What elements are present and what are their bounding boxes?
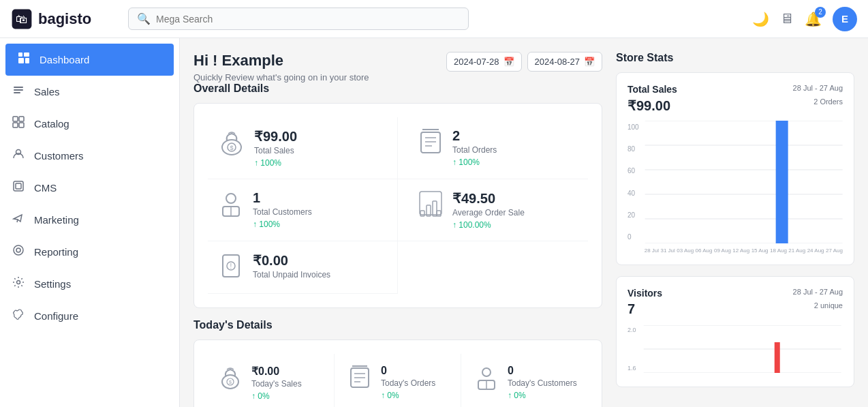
- x-label-2: 03 Aug: [677, 247, 694, 254]
- today-sales-value: ₹0.00: [251, 365, 302, 378]
- y-label-60: 60: [627, 167, 639, 175]
- today-sales-label: Today's Sales: [251, 379, 302, 389]
- x-label-8: 21 Aug: [788, 247, 805, 254]
- stat-unpaid-info: ₹0.00 Total Unpaid Invoices: [253, 252, 330, 280]
- sidebar-item-settings[interactable]: Settings: [0, 268, 179, 300]
- sidebar-item-configure[interactable]: Configure: [0, 300, 179, 332]
- svg-text:$: $: [230, 145, 233, 151]
- moon-icon[interactable]: 🌙: [752, 11, 769, 27]
- svg-rect-12: [19, 123, 24, 127]
- x-label-9: 24 Aug: [807, 247, 824, 254]
- date-filters: 2024-07-28 📅 2024-08-27 📅: [446, 52, 602, 72]
- today-customers-label: Today's Customers: [508, 378, 577, 388]
- y-label-20: 20: [627, 211, 639, 219]
- stat-total-sales-info: ₹99.00 Total Sales ↑ 100%: [254, 128, 297, 168]
- date-from-input[interactable]: 2024-07-28 📅: [446, 52, 522, 72]
- overall-details-card: $ ₹99.00 Total Sales ↑ 100% 2: [193, 103, 602, 308]
- svg-rect-3: [24, 52, 29, 57]
- svg-rect-15: [16, 183, 21, 189]
- today-sales-icon: $: [219, 365, 242, 393]
- chart-period: 28 Jul - 27 Aug: [793, 84, 843, 92]
- total-sales-change: ↑ 100%: [254, 158, 297, 168]
- sidebar-item-marketing[interactable]: Marketing: [0, 204, 179, 236]
- customer-icon: [219, 190, 243, 220]
- empty-cell: [398, 241, 588, 294]
- visitors-header: Visitors 28 Jul - 27 Aug: [627, 288, 843, 299]
- today-orders-change: ↑ 0%: [381, 391, 435, 400]
- chart-header: Total Sales 28 Jul - 27 Aug: [627, 84, 843, 95]
- bar-chart-svg: [645, 121, 843, 243]
- today-details-title: Today's Details: [193, 319, 602, 331]
- svg-rect-7: [14, 89, 23, 91]
- x-label-10: 27 Aug: [826, 247, 843, 254]
- sidebar-item-customers[interactable]: Customers: [0, 140, 179, 172]
- main-layout: Dashboard Sales Catalog Customers CMS: [0, 38, 868, 407]
- stat-today-sales: $ ₹0.00 Today's Sales ↑ 0%: [208, 354, 335, 407]
- money-bag-icon: $: [219, 128, 245, 163]
- notification-icon[interactable]: 🔔 2: [805, 11, 822, 27]
- catalog-icon: [11, 116, 26, 132]
- today-customers-value: 0: [508, 365, 577, 377]
- svg-rect-11: [13, 123, 18, 127]
- stat-total-customers: 1 Total Customers ↑ 100%: [208, 179, 398, 241]
- avg-order-icon: [418, 190, 443, 220]
- unpaid-label: Total Unpaid Invoices: [253, 270, 330, 280]
- svg-point-16: [14, 245, 23, 255]
- svg-text:🛍: 🛍: [16, 12, 28, 26]
- v-y-20: 2.0: [627, 327, 636, 333]
- page-subtitle: Quickly Review what's going on in your s…: [193, 72, 369, 82]
- sidebar: Dashboard Sales Catalog Customers CMS: [0, 38, 180, 407]
- avg-order-change: ↑ 100.00%: [452, 220, 525, 230]
- stat-total-customers-info: 1 Total Customers ↑ 100%: [253, 190, 312, 229]
- settings-icon: [11, 276, 26, 292]
- bars-container: 28 Jul 31 Jul 03 Aug 06 Aug 09 Aug 12 Au…: [645, 121, 843, 254]
- x-label-5: 12 Aug: [732, 247, 749, 254]
- content-area: Hi ! Example Quickly Review what's going…: [180, 38, 868, 407]
- sidebar-item-catalog[interactable]: Catalog: [0, 108, 179, 140]
- svg-point-17: [16, 248, 20, 252]
- logo-area: 🛍 bagisto: [11, 8, 120, 30]
- calendar-from-icon[interactable]: 📅: [503, 57, 514, 67]
- stat-avg-order-info: ₹49.50 Average Order Sale ↑ 100.00%: [452, 190, 525, 230]
- sidebar-item-sales[interactable]: Sales: [0, 76, 179, 108]
- svg-rect-9: [13, 117, 18, 121]
- x-label-4: 09 Aug: [714, 247, 731, 254]
- date-to-value: 2024-08-27: [535, 57, 580, 67]
- y-label-80: 80: [627, 145, 639, 153]
- date-to-input[interactable]: 2024-08-27 📅: [527, 52, 603, 72]
- sidebar-item-cms[interactable]: CMS: [0, 172, 179, 204]
- page-header: Hi ! Example Quickly Review what's going…: [193, 52, 602, 82]
- dashboard-icon: [16, 52, 31, 67]
- svg-point-26: [226, 194, 236, 203]
- avatar[interactable]: E: [833, 7, 857, 31]
- sidebar-item-dashboard[interactable]: Dashboard: [5, 44, 174, 76]
- main-panel: Hi ! Example Quickly Review what's going…: [193, 52, 602, 393]
- stat-total-sales: $ ₹99.00 Total Sales ↑ 100%: [208, 117, 398, 179]
- reporting-label: Reporting: [34, 246, 78, 258]
- chart-title: Total Sales: [627, 84, 677, 95]
- svg-rect-61: [775, 121, 788, 243]
- svg-text:$: $: [229, 380, 232, 385]
- x-label-0: 28 Jul: [645, 247, 659, 254]
- calendar-to-icon[interactable]: 📅: [584, 57, 595, 67]
- x-label-1: 31 Jul: [660, 247, 675, 254]
- monitor-icon[interactable]: 🖥: [780, 11, 794, 27]
- search-input[interactable]: [156, 14, 460, 25]
- logo-text: bagisto: [38, 10, 91, 28]
- stat-total-orders: 2 Total Orders ↑ 100%: [398, 117, 588, 179]
- sidebar-item-reporting[interactable]: Reporting: [0, 236, 179, 268]
- stat-unpaid-invoices: ! ₹0.00 Total Unpaid Invoices: [208, 241, 398, 294]
- chart-value: ₹99.00: [627, 97, 670, 114]
- topbar-right: 🌙 🖥 🔔 2 E: [752, 7, 857, 31]
- search-bar[interactable]: 🔍: [128, 7, 469, 30]
- x-labels: 28 Jul 31 Jul 03 Aug 06 Aug 09 Aug 12 Au…: [645, 247, 843, 254]
- configure-label: Configure: [34, 310, 78, 322]
- today-customers-change: ↑ 0%: [508, 391, 577, 400]
- greeting-block: Hi ! Example Quickly Review what's going…: [193, 52, 369, 82]
- visitors-card: Visitors 28 Jul - 27 Aug 7 2 unique 2.0 …: [616, 276, 854, 387]
- orders-icon: [418, 128, 443, 158]
- total-customers-label: Total Customers: [253, 207, 312, 217]
- total-customers-value: 1: [253, 190, 312, 206]
- y-label-40: 40: [627, 190, 639, 197]
- visitors-chart-svg: [642, 325, 843, 373]
